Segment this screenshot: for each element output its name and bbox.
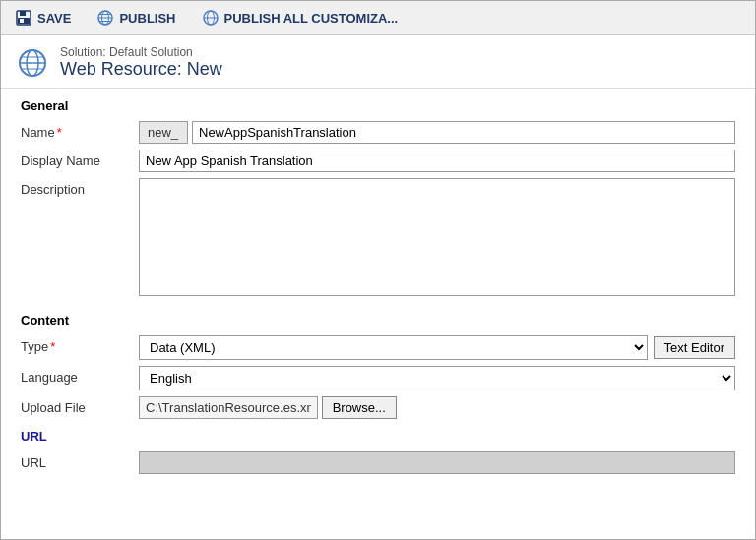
browse-button[interactable]: Browse... [322, 396, 397, 419]
display-name-label: Display Name [21, 150, 139, 168]
url-section-title: URL [21, 429, 735, 444]
form-body: General Name* new_ Display Name Descript… [1, 89, 755, 496]
name-input[interactable] [192, 121, 735, 144]
name-row: Name* new_ [21, 121, 735, 144]
upload-file-row: Upload File Browse... [21, 396, 735, 419]
name-prefix: new_ [139, 121, 188, 144]
toolbar: SAVE PUBLISH PUBLISH ALL CUSTOMIZA... [1, 1, 755, 35]
language-row: Language EnglishSpanishFrenchGerman [21, 366, 735, 390]
save-label: SAVE [37, 11, 71, 26]
url-section: URL URL [21, 429, 735, 474]
display-name-control [139, 150, 735, 172]
description-control [139, 178, 735, 299]
web-resource-icon [17, 47, 48, 79]
header: Solution: Default Solution Web Resource:… [1, 35, 755, 89]
text-editor-button[interactable]: Text Editor [654, 336, 735, 359]
url-control [139, 451, 735, 474]
general-section-title: General [21, 98, 735, 113]
content-section: Content Type* Data (XML)HTMLCSSJavaScrip… [21, 313, 735, 419]
header-text: Solution: Default Solution Web Resource:… [60, 45, 222, 80]
url-label: URL [21, 451, 139, 470]
svg-rect-3 [20, 19, 24, 23]
type-select-wrap: Data (XML)HTMLCSSJavaScriptPNGJPGGIFXAPX… [139, 335, 648, 360]
type-select[interactable]: Data (XML)HTMLCSSJavaScriptPNGJPGGIFXAPX… [139, 335, 648, 360]
description-label: Description [21, 178, 139, 197]
upload-path-input[interactable] [139, 396, 318, 419]
display-name-row: Display Name [21, 150, 735, 172]
description-input[interactable] [139, 178, 735, 296]
url-row: URL [21, 451, 735, 474]
url-input[interactable] [139, 451, 735, 474]
save-icon [15, 9, 32, 27]
upload-file-control: Browse... [139, 396, 735, 419]
type-control: Data (XML)HTMLCSSJavaScriptPNGJPGGIFXAPX… [139, 335, 735, 360]
name-label: Name* [21, 121, 139, 140]
svg-rect-1 [20, 11, 26, 16]
content-section-title: Content [21, 313, 735, 328]
publish-label: PUBLISH [119, 11, 175, 26]
name-input-group: new_ [139, 121, 735, 144]
publish-all-button[interactable]: PUBLISH ALL CUSTOMIZA... [198, 7, 403, 29]
type-label: Type* [21, 335, 139, 354]
name-required: * [57, 125, 62, 140]
publish-icon [96, 9, 114, 27]
publish-button[interactable]: PUBLISH [93, 7, 179, 29]
upload-file-label: Upload File [21, 396, 139, 415]
language-control: EnglishSpanishFrenchGerman [139, 366, 735, 390]
publish-all-label: PUBLISH ALL CUSTOMIZA... [224, 11, 399, 26]
display-name-input[interactable] [139, 150, 735, 172]
solution-label: Solution: Default Solution [60, 45, 222, 59]
publish-all-icon [202, 9, 220, 27]
language-select[interactable]: EnglishSpanishFrenchGerman [139, 366, 735, 390]
description-row: Description [21, 178, 735, 299]
type-row: Type* Data (XML)HTMLCSSJavaScriptPNGJPGG… [21, 335, 735, 360]
save-button[interactable]: SAVE [11, 7, 75, 29]
page-title: Web Resource: New [60, 59, 222, 80]
language-label: Language [21, 366, 139, 385]
type-required: * [50, 339, 55, 354]
